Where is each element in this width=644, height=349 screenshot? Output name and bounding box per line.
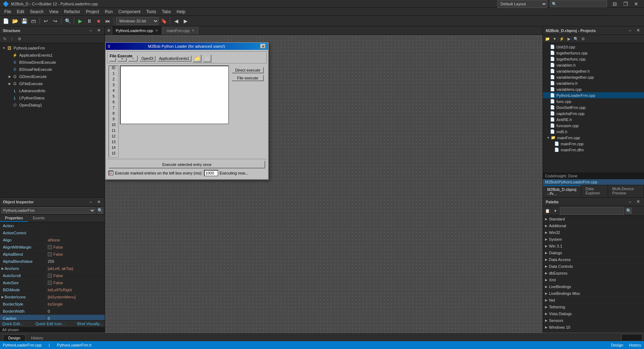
tree-item-3[interactable]: ▶ G GDirectExecute bbox=[0, 73, 105, 80]
tree-item-7[interactable]: O OpenDialog1 bbox=[0, 101, 105, 109]
palette-view-btn[interactable]: 📋 bbox=[544, 208, 551, 214]
forward-btn[interactable]: ▶ bbox=[181, 17, 190, 25]
proj-item-16[interactable]: 📄 mainFrm.cpp bbox=[543, 141, 644, 147]
data-grid[interactable] bbox=[120, 66, 229, 124]
save-btn[interactable]: 💾 bbox=[20, 17, 28, 25]
grid-icon[interactable]: ⊞ bbox=[203, 54, 211, 62]
tree-item-1[interactable]: B BShowDirectExecute bbox=[0, 59, 105, 66]
undo-btn[interactable]: ↩ bbox=[42, 17, 50, 25]
prop-autoscroll[interactable]: AutoScroll False bbox=[0, 272, 105, 279]
execute-once-btn[interactable]: Execute selected entry once bbox=[109, 161, 265, 168]
proj-item-13[interactable]: 📄 funcasm.cpp bbox=[543, 123, 644, 129]
proj-item-4[interactable]: 📄 variablentogether.h bbox=[543, 68, 644, 74]
proj-item-7[interactable]: 📄 variablens.cpp bbox=[543, 86, 644, 92]
proj-item-17[interactable]: 📄 mainFrm.dfm bbox=[543, 147, 644, 153]
palette-search-input[interactable] bbox=[560, 207, 624, 215]
tree-item-5[interactable]: L LAdvancedInfo bbox=[0, 87, 105, 94]
layout-dropdown[interactable]: Default Layout bbox=[497, 0, 547, 8]
proj-item-10[interactable]: 📄 DontSellFrm.cpp bbox=[543, 104, 644, 110]
menu-tools[interactable]: Tools bbox=[143, 8, 159, 16]
file-execute-btn[interactable]: File execute bbox=[232, 75, 264, 81]
palette-section-xml[interactable]: ▶ Xml bbox=[543, 277, 644, 283]
palette-section-standard[interactable]: ▶ Standard bbox=[543, 216, 644, 223]
proj-item-2[interactable]: 📄 togetherfunc.cpp bbox=[543, 56, 644, 62]
palette-section-net[interactable]: ▶ Net bbox=[543, 297, 644, 304]
palette-section-tethering[interactable]: ▶ Tethering bbox=[543, 304, 644, 311]
tab-properties[interactable]: Properties bbox=[0, 215, 28, 222]
palette-section-livebindings[interactable]: ▶ LiveBindings bbox=[543, 283, 644, 290]
palette-section-win32[interactable]: ▶ Win32 bbox=[543, 229, 644, 236]
quick-edit-link[interactable]: Quick Edit... bbox=[2, 322, 23, 326]
proj-item-9[interactable]: 📄 func.cpp bbox=[543, 98, 644, 104]
prop-caption[interactable]: Caption 0 bbox=[0, 315, 105, 320]
struct-settings-btn[interactable]: ⚙ bbox=[16, 36, 23, 42]
palette-search-icon[interactable]: 🔍 bbox=[625, 208, 632, 214]
run-btn[interactable]: ▶ bbox=[76, 17, 84, 25]
dialog-close-btn[interactable]: ✕ bbox=[260, 44, 266, 49]
bind-visually-link[interactable]: Bind Visually... bbox=[77, 322, 103, 326]
proj-btn-3[interactable]: ⚡ bbox=[559, 36, 565, 42]
prop-activecontrol[interactable]: ActiveControl bbox=[0, 229, 105, 236]
palette-section-vistadialogs[interactable]: ▶ Vista Dialogs bbox=[543, 311, 644, 317]
tree-root-item[interactable]: ▼ 🖼 PythonLoaderFrm bbox=[0, 45, 105, 52]
projects-collapse-btn[interactable]: − bbox=[627, 27, 633, 34]
file-open-icon[interactable]: 📁 bbox=[193, 54, 201, 62]
obj-collapse-btn[interactable]: − bbox=[88, 199, 94, 205]
menu-component[interactable]: Component bbox=[116, 8, 143, 16]
tab-close-1[interactable]: ✕ bbox=[192, 28, 194, 32]
prop-abv[interactable]: AlphaBlendValue 255 bbox=[0, 258, 105, 265]
palette-section-win31[interactable]: ▶ Win 3.1 bbox=[543, 243, 644, 250]
proj-btn-4[interactable]: ▶ bbox=[566, 36, 572, 42]
status-history[interactable]: History bbox=[629, 343, 641, 347]
prop-awm[interactable]: AlignWithMargin False bbox=[0, 244, 105, 251]
struct-up-btn[interactable]: ↑ bbox=[9, 36, 15, 42]
menu-view[interactable]: View bbox=[46, 8, 61, 16]
design-tab[interactable]: Design bbox=[3, 334, 26, 341]
proj-btn-2[interactable]: ▼ bbox=[551, 36, 558, 42]
menu-search[interactable]: Search bbox=[27, 8, 46, 16]
prop-alphablend[interactable]: AlphaBlend False bbox=[0, 251, 105, 258]
tree-item-4[interactable]: ▶ G GFileExecute bbox=[0, 80, 105, 87]
palette-section-sensors[interactable]: ▶ Sensors bbox=[543, 317, 644, 324]
palette-collapse-btn[interactable]: − bbox=[627, 199, 633, 205]
restore-button[interactable]: ❐ bbox=[621, 0, 630, 8]
prop-bordericons[interactable]: ▶ BorderIcons [biSystemMenu] bbox=[0, 293, 105, 301]
proj-btn-6[interactable]: ⚙ bbox=[580, 36, 586, 42]
menu-tabs[interactable]: Tabs bbox=[159, 8, 174, 16]
obj-search-btn[interactable]: 🔍 bbox=[97, 207, 103, 214]
menu-refactor[interactable]: Refactor bbox=[61, 8, 83, 16]
close-button[interactable]: ✕ bbox=[631, 0, 641, 8]
menu-run[interactable]: Run bbox=[102, 8, 116, 16]
menu-file[interactable]: File bbox=[1, 8, 14, 16]
prop-borderwidth[interactable]: BorderWidth 0 bbox=[0, 308, 105, 315]
obj-selector[interactable]: PythonLoaderFrm bbox=[1, 207, 95, 214]
tree-item-6[interactable]: L LPythonStatus bbox=[0, 94, 105, 101]
proj-btn-1[interactable]: 📁 bbox=[544, 36, 551, 42]
palette-down-btn[interactable]: ▼ bbox=[552, 208, 559, 214]
new-btn[interactable]: 📄 bbox=[1, 17, 10, 25]
search-input[interactable] bbox=[550, 0, 607, 7]
palette-section-dbexpress[interactable]: ▶ dbExpress bbox=[543, 270, 644, 277]
execute-checkbox[interactable] bbox=[109, 171, 114, 176]
proj-item-0[interactable]: 📄 Unit10.cpp bbox=[543, 44, 644, 50]
ms-input[interactable] bbox=[204, 170, 218, 176]
proj-item-12[interactable]: 📄 AntiRE.h bbox=[543, 116, 644, 123]
palette-section-dataaccess[interactable]: ▶ Data Access bbox=[543, 256, 644, 263]
open-btn[interactable]: 📂 bbox=[11, 17, 19, 25]
proj-item-6[interactable]: 📄 variablens.h bbox=[543, 80, 644, 86]
palette-section-dialogs[interactable]: ▶ Dialogs bbox=[543, 250, 644, 256]
bookmark-btn[interactable]: 🔖 bbox=[159, 17, 168, 25]
proj-item-11[interactable]: 📄 captchaFrm.cpp bbox=[543, 110, 644, 116]
proj-tab-1[interactable]: Data Explorer bbox=[581, 185, 608, 197]
tree-item-0[interactable]: ⚡ ApplicationEvents1 bbox=[0, 52, 105, 59]
designer-canvas[interactable]: 0 M2Bob Python Loader (for advanced user… bbox=[105, 35, 543, 333]
proj-item-3[interactable]: 📄 variablen.h bbox=[543, 62, 644, 68]
proj-btn-5[interactable]: 🔍 bbox=[573, 36, 579, 42]
palette-section-datacontrols[interactable]: ▶ Data Controls bbox=[543, 263, 644, 270]
save-all-btn[interactable]: 🗃 bbox=[29, 17, 38, 25]
step-btn[interactable]: ⏭ bbox=[104, 17, 112, 25]
minimize-button[interactable]: ⊟ bbox=[610, 0, 620, 8]
quick-edit-icon-link[interactable]: Quick Edit Icon... bbox=[36, 322, 65, 326]
proj-item-1[interactable]: 📄 togetherfuncs.cpp bbox=[543, 50, 644, 56]
prop-autosize[interactable]: AutoSize False bbox=[0, 279, 105, 286]
